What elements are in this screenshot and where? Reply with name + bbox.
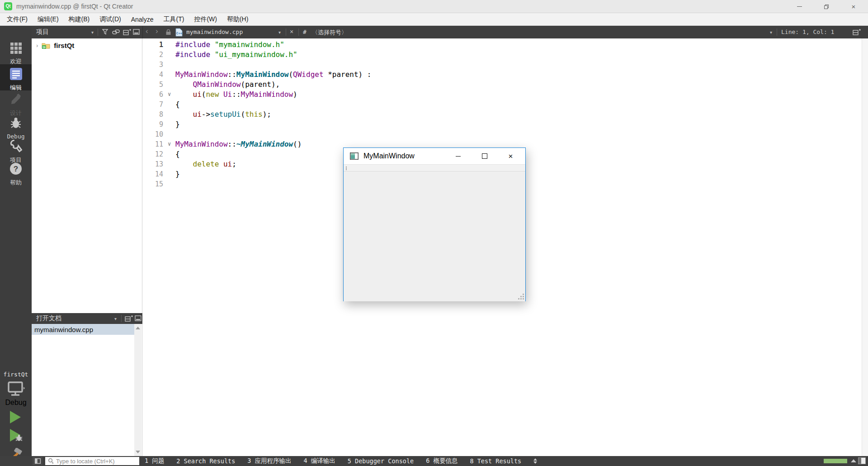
output-pane-button-3[interactable]: 4 编译输出 (304, 457, 335, 465)
open-document-row[interactable]: mymainwindow.cpp (32, 324, 135, 335)
code-line-6[interactable]: 6∨ ui(new Ui::MyMainWindow) (143, 90, 862, 100)
open-documents-dropdown-icon[interactable]: ▾ (114, 316, 117, 321)
window-title: mymainwindow.cpp @ firstQt - Qt Creator (16, 3, 133, 10)
mode-welcome[interactable]: 欢迎 (0, 42, 32, 66)
mode-debug[interactable]: Debug (0, 117, 32, 140)
menu-item-1[interactable]: 编辑(E) (33, 13, 64, 26)
document-dropdown-icon[interactable]: ▾ (278, 30, 281, 35)
menu-item-5[interactable]: 工具(T) (158, 13, 189, 26)
split-docs-panel-icon[interactable] (125, 315, 133, 322)
editor-scrollbar[interactable] (862, 38, 868, 456)
pane-arrows-icon[interactable] (533, 458, 537, 464)
scroll-down-icon[interactable] (136, 451, 140, 453)
left-sidebar-toggle[interactable] (33, 457, 42, 465)
menu-bar: 文件(F)编辑(E)构建(B)调试(D)Analyze工具(T)控件(W)帮助(… (0, 13, 868, 26)
mode-projects[interactable]: 项目 (0, 140, 32, 164)
menu-item-0[interactable]: 文件(F) (2, 13, 33, 26)
line-col-indicator[interactable]: Line: 1, Col: 1 (781, 29, 834, 35)
filter-icon[interactable] (102, 29, 109, 35)
menu-item-7[interactable]: 帮助(H) (222, 13, 253, 26)
minimize-button[interactable] (786, 0, 813, 13)
output-pane-button-2[interactable]: 3 应用程序输出 (247, 457, 291, 465)
close-document-icon[interactable]: × (290, 28, 293, 35)
line-number: 2 (143, 50, 163, 60)
close-button[interactable]: × (840, 0, 867, 13)
fold-gutter (163, 60, 175, 70)
fold-gutter (163, 149, 175, 159)
fold-marker-icon[interactable]: ∨ (163, 90, 175, 100)
app-window-client-area (344, 171, 525, 301)
output-pane-button-0[interactable]: 1 问题 (145, 457, 164, 465)
code-text: #include "mymainwindow.h" (175, 40, 284, 50)
forward-icon[interactable]: › (156, 27, 158, 36)
locator-input[interactable] (56, 458, 133, 465)
app-maximize-button[interactable] (474, 148, 495, 164)
code-line-1[interactable]: 1#include "mymainwindow.h" (143, 40, 862, 50)
code-line-9[interactable]: 9} (143, 119, 862, 129)
symbol-selector[interactable]: 〈选择符号〉 (312, 29, 347, 37)
output-pane-button-1[interactable]: 2 Search Results (176, 457, 235, 465)
restore-button[interactable] (813, 0, 840, 13)
build-progress-bar (824, 459, 847, 463)
run-button[interactable] (10, 411, 21, 423)
code-line-10[interactable]: 10 (143, 129, 862, 139)
code-line-2[interactable]: 2#include "ui_mymainwindow.h" (143, 50, 862, 60)
output-pane-button-5[interactable]: 6 概要信息 (426, 457, 458, 465)
menu-item-2[interactable]: 构建(B) (64, 13, 95, 26)
open-document-name[interactable]: mymainwindow.cpp (186, 29, 243, 35)
help-icon: ? (9, 162, 22, 175)
toolbar-handle-icon[interactable] (346, 166, 347, 170)
line-number: 8 (143, 109, 163, 119)
menu-item-3[interactable]: 调试(D) (94, 13, 126, 26)
mode-edit[interactable]: 编辑 (0, 64, 32, 90)
right-sidebar-toggle[interactable] (858, 457, 866, 464)
sync-link-icon[interactable] (112, 29, 120, 35)
app-close-button[interactable]: × (500, 148, 521, 164)
app-minimize-button[interactable] (448, 148, 469, 164)
locator-box[interactable] (45, 457, 139, 465)
code-line-7[interactable]: 7{ (143, 100, 862, 109)
tree-expand-icon[interactable]: › (36, 42, 38, 49)
code-line-5[interactable]: 5 QMainWindow(parent), (143, 80, 862, 90)
project-tree-item-firstqt[interactable]: › Qt firstQt (32, 40, 142, 51)
open-documents-scrollbar[interactable] (134, 324, 142, 456)
projects-panel-dropdown-icon[interactable]: ▾ (91, 30, 94, 35)
split-editor-icon[interactable] (853, 29, 861, 36)
editor-options-dropdown-icon[interactable]: ▾ (770, 30, 772, 35)
debug-run-button[interactable] (10, 429, 21, 442)
line-number: 7 (143, 100, 163, 109)
output-pane-button-6[interactable]: 8 Test Results (470, 457, 521, 465)
code-text: { (175, 149, 180, 159)
scroll-up-icon[interactable] (136, 327, 140, 329)
app-window-size-grip[interactable] (518, 294, 524, 300)
split-panel-icon[interactable] (123, 29, 131, 36)
close-docs-panel-icon[interactable] (135, 315, 142, 322)
menu-item-6[interactable]: 控件(W) (189, 13, 222, 26)
kit-selector-button[interactable]: Debug (0, 381, 32, 407)
app-window-titlebar[interactable]: MyMainWindow × (344, 148, 525, 164)
line-number: 9 (143, 119, 163, 129)
popup-up-icon[interactable] (851, 459, 856, 462)
fold-marker-icon[interactable]: ∨ (163, 139, 175, 149)
welcome-grid-icon (10, 42, 22, 54)
fold-gutter (163, 119, 175, 129)
mymainwindow-app-window[interactable]: MyMainWindow × (343, 147, 526, 301)
close-panel-icon[interactable] (133, 29, 140, 35)
code-text: MyMainWindow::~MyMainWindow() (175, 139, 302, 149)
kit-config-label: Debug (5, 399, 26, 406)
output-pane-button-4[interactable]: 5 Debugger Console (348, 457, 414, 465)
code-line-8[interactable]: 8 ui->setupUi(this); (143, 109, 862, 119)
line-number: 1 (143, 40, 163, 50)
code-text: delete ui; (175, 159, 236, 169)
app-maximize-icon (482, 153, 487, 159)
design-pencil-icon (10, 94, 22, 105)
menu-item-4[interactable]: Analyze (126, 14, 159, 25)
fold-gutter (163, 169, 175, 179)
mode-help[interactable]: ? 帮助 (0, 162, 32, 187)
code-line-4[interactable]: 4MyMainWindow::MyMainWindow(QWidget *par… (143, 70, 862, 80)
back-icon[interactable]: ‹ (146, 27, 148, 36)
open-documents-header: 打开文档 ▾ (32, 313, 142, 324)
fold-gutter (163, 109, 175, 119)
kit-monitor-icon (7, 381, 25, 397)
code-line-3[interactable]: 3 (143, 60, 862, 70)
